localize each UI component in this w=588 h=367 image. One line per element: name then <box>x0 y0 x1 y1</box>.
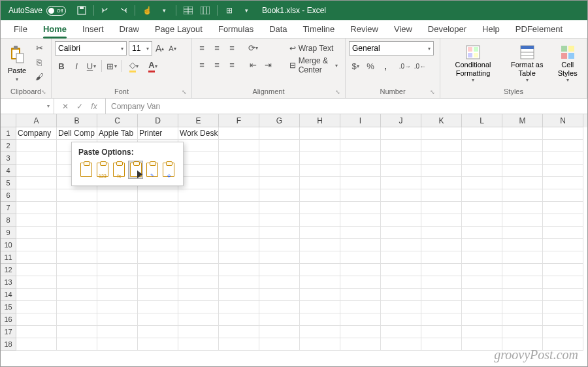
paste-button[interactable]: Paste▾ <box>4 41 30 87</box>
cell[interactable] <box>16 214 57 227</box>
row-header[interactable]: 9 <box>1 227 16 239</box>
cell[interactable] <box>259 214 300 227</box>
cell[interactable] <box>16 140 57 152</box>
comma-button[interactable]: , <box>379 59 392 72</box>
italic-button[interactable]: I <box>70 59 83 72</box>
select-all-corner[interactable] <box>1 114 16 127</box>
cell[interactable] <box>462 202 502 214</box>
paste-option-values[interactable]: 123 <box>95 161 110 179</box>
align-left-icon[interactable]: ≡ <box>195 58 208 71</box>
font-color-button[interactable]: A▾ <box>144 59 161 72</box>
cell[interactable] <box>502 214 543 227</box>
cell[interactable]: Company <box>16 127 57 140</box>
cell[interactable] <box>138 338 178 351</box>
name-box[interactable]: ▾ <box>1 99 54 114</box>
dialog-launcher-icon[interactable]: ⤡ <box>182 89 187 95</box>
col-header[interactable]: F <box>219 114 259 127</box>
cell[interactable] <box>259 127 300 140</box>
cell[interactable] <box>178 140 219 152</box>
cell[interactable] <box>462 140 502 152</box>
cell[interactable] <box>97 276 138 289</box>
cell[interactable] <box>340 313 381 326</box>
cell[interactable] <box>300 152 340 165</box>
tab-insert[interactable]: Insert <box>74 21 112 38</box>
cut-icon[interactable]: ✂ <box>33 41 46 54</box>
cell[interactable] <box>381 251 421 264</box>
cell[interactable] <box>340 127 381 140</box>
cell[interactable] <box>219 227 259 239</box>
cell[interactable] <box>300 227 340 239</box>
tab-timeline[interactable]: Timeline <box>295 21 343 38</box>
enter-icon[interactable]: ✓ <box>74 102 86 111</box>
increase-font-icon[interactable]: A▴ <box>154 42 165 55</box>
cell[interactable] <box>502 202 543 214</box>
cell[interactable] <box>300 313 340 326</box>
cell[interactable] <box>340 338 381 351</box>
cell[interactable] <box>178 152 219 165</box>
cell[interactable] <box>259 289 300 301</box>
dialog-launcher-icon[interactable]: ⤡ <box>41 89 46 95</box>
row-header[interactable]: 10 <box>1 239 16 251</box>
cell[interactable] <box>502 227 543 239</box>
cell[interactable] <box>138 214 178 227</box>
row-header[interactable]: 5 <box>1 177 16 189</box>
cell[interactable] <box>97 214 138 227</box>
dialog-launcher-icon[interactable]: ⤡ <box>430 89 435 95</box>
font-name-combo[interactable]: Calibri▾ <box>55 41 127 56</box>
cell[interactable] <box>543 127 583 140</box>
align-right-icon[interactable]: ≡ <box>225 58 238 71</box>
cell[interactable] <box>381 127 421 140</box>
cell[interactable] <box>300 127 340 140</box>
cell[interactable] <box>421 152 462 165</box>
tab-review[interactable]: Review <box>342 21 386 38</box>
cell[interactable] <box>178 227 219 239</box>
cell[interactable] <box>300 239 340 251</box>
cell-styles-button[interactable]: Cell Styles▾ <box>551 41 583 87</box>
cell[interactable] <box>16 202 57 214</box>
fill-color-button[interactable]: ◇▾ <box>125 59 142 72</box>
cell[interactable] <box>543 276 583 289</box>
cell[interactable] <box>502 152 543 165</box>
cell[interactable] <box>178 338 219 351</box>
cell[interactable] <box>219 313 259 326</box>
cell[interactable] <box>543 251 583 264</box>
cell[interactable] <box>462 189 502 202</box>
cell[interactable] <box>300 189 340 202</box>
cell[interactable] <box>97 189 138 202</box>
cell[interactable] <box>57 189 97 202</box>
cell[interactable] <box>219 251 259 264</box>
cell[interactable] <box>16 264 57 276</box>
cell[interactable] <box>421 227 462 239</box>
cell[interactable] <box>259 313 300 326</box>
row-header[interactable]: 2 <box>1 140 16 152</box>
undo-icon[interactable] <box>101 5 111 16</box>
cell[interactable] <box>97 202 138 214</box>
cell[interactable] <box>462 264 502 276</box>
cell[interactable] <box>462 276 502 289</box>
cell[interactable] <box>219 202 259 214</box>
cell[interactable] <box>16 289 57 301</box>
number-format-combo[interactable]: General▾ <box>349 41 434 56</box>
cell[interactable] <box>502 313 543 326</box>
cell[interactable] <box>16 152 57 165</box>
cell[interactable] <box>502 177 543 189</box>
cell[interactable] <box>178 214 219 227</box>
cell[interactable] <box>259 140 300 152</box>
cell[interactable] <box>381 313 421 326</box>
cell[interactable] <box>138 239 178 251</box>
cell[interactable] <box>340 177 381 189</box>
cell[interactable] <box>462 301 502 313</box>
cell[interactable] <box>97 313 138 326</box>
cell[interactable] <box>16 251 57 264</box>
cell[interactable] <box>502 326 543 338</box>
cell[interactable] <box>97 227 138 239</box>
cell[interactable] <box>543 264 583 276</box>
row-header[interactable]: 1 <box>1 127 16 140</box>
cell[interactable] <box>16 227 57 239</box>
cell[interactable] <box>219 264 259 276</box>
cell[interactable] <box>421 338 462 351</box>
cell[interactable] <box>16 326 57 338</box>
cell[interactable]: Work Desk <box>178 127 219 140</box>
cell[interactable] <box>138 289 178 301</box>
chevron-down-icon[interactable]: ▾ <box>159 5 169 16</box>
